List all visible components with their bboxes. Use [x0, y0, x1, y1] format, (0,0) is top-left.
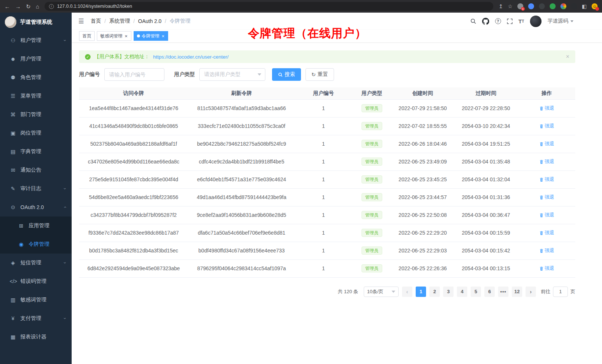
breadcrumb-item[interactable]: 首页 [91, 18, 101, 24]
actions-cell: 强退 [518, 117, 575, 135]
sidebar-item-user[interactable]: ☻用户管理 [0, 50, 72, 68]
user-menu[interactable]: 芋道源码 [547, 18, 573, 24]
user-id-cell: 1 [295, 117, 352, 135]
extension-green-icon[interactable] [550, 3, 556, 9]
sidebar-item-tenant[interactable]: ⚇租户管理› [0, 31, 72, 50]
close-icon[interactable]: × [161, 34, 165, 39]
sidebar-item-report[interactable]: ▦报表设计器 [0, 328, 72, 346]
page-button-2[interactable]: 2 [429, 287, 440, 297]
page-button-1[interactable]: 1 [416, 287, 426, 297]
breadcrumb-item[interactable]: 系统管理 [109, 18, 130, 24]
tab-首页[interactable]: 首页 [79, 31, 95, 41]
tab-敏感词管理[interactable]: 敏感词管理× [97, 31, 131, 41]
sidebar-item-oauth2[interactable]: ⊙OAuth 2.0› [0, 198, 72, 216]
force-logout-button[interactable]: 强退 [539, 247, 554, 254]
close-icon[interactable]: × [124, 34, 128, 39]
sidebar-item-dict[interactable]: ▤字典管理 [0, 142, 72, 161]
page-size-select[interactable]: 10条/页 [364, 287, 399, 297]
page-button-4[interactable]: 4 [457, 287, 467, 297]
page-button-12[interactable]: 12 [512, 287, 522, 297]
side-panel-icon[interactable]: ◧ [582, 4, 587, 9]
sidebar: 芋道管理系统 ⚇租户管理›☻用户管理⚉角色管理☰菜单管理⌘部门管理▣岗位管理▤字… [0, 13, 72, 364]
extension-badge-icon[interactable]: 0 [517, 3, 523, 9]
dictionary-icon: ▤ [10, 149, 16, 155]
force-logout-button[interactable]: 强退 [539, 265, 554, 272]
back-icon[interactable]: ← [4, 4, 10, 9]
force-logout-button[interactable]: 强退 [539, 105, 554, 112]
extension-pinwheel-icon[interactable] [560, 3, 566, 9]
github-icon[interactable] [482, 18, 489, 25]
sidebar-item-audit[interactable]: ✎审计日志› [0, 179, 72, 198]
access-token-cell: c347026e805e4d99b0d116eae66eda8c [79, 153, 188, 171]
reset-button[interactable]: ↻ 重置 [305, 68, 334, 81]
profile-avatar-icon[interactable]: ☺ [592, 3, 598, 9]
share-icon[interactable]: ↥ [498, 4, 503, 9]
sidebar-item-menu[interactable]: ☰菜单管理 [0, 87, 72, 105]
force-logout-button[interactable]: 强退 [539, 212, 554, 218]
page-button-5[interactable]: 5 [471, 287, 481, 297]
sidebar-item-role[interactable]: ⚉角色管理 [0, 68, 72, 87]
sidebar-item-dept[interactable]: ⌘部门管理 [0, 105, 72, 124]
goto-page-input[interactable] [553, 287, 568, 297]
fullscreen-icon[interactable] [507, 19, 513, 24]
search-button[interactable]: 搜索 [272, 68, 301, 81]
breadcrumb-item[interactable]: OAuth 2.0 [138, 18, 161, 24]
sidebar-menu: ⚇租户管理›☻用户管理⚉角色管理☰菜单管理⌘部门管理▣岗位管理▤字典管理✉通知公… [0, 31, 72, 346]
prev-page-button[interactable]: ‹ [402, 287, 412, 297]
address-bar[interactable]: i 127.0.0.1:1024/system/oauth2/token [45, 2, 494, 11]
user-id-input[interactable] [104, 68, 164, 81]
sidebar-item-oauth2-app[interactable]: ⊞应用管理 [0, 216, 72, 235]
banner-close-icon[interactable]: × [566, 53, 569, 60]
trash-icon [539, 213, 544, 218]
sidebar-item-sms[interactable]: ◈短信管理› [0, 254, 72, 272]
sidebar-item-oauth2-token[interactable]: ◉令牌管理 [0, 235, 72, 254]
created-at-cell: 2022-06-25 22:26:36 [392, 259, 454, 277]
access-token-cell: f9336e7c7dd242a283ee98dc86b17a87 [79, 224, 188, 242]
app-logo[interactable]: 芋道管理系统 [0, 13, 72, 31]
force-logout-button[interactable]: 强退 [539, 176, 554, 183]
sidebar-item-pay[interactable]: ¥支付管理› [0, 309, 72, 328]
more-pages-button[interactable]: ••• [498, 287, 508, 297]
search-icon[interactable] [470, 18, 476, 24]
sidebar-toggle-icon[interactable]: ☰ [78, 17, 84, 25]
extension-blue-icon[interactable] [528, 3, 534, 9]
table-row: 275e5de9151045fe87cbdc395e004f4de6cfd40e… [79, 171, 575, 188]
force-logout-button[interactable]: 强退 [539, 158, 554, 165]
page-button-6[interactable]: 6 [484, 287, 495, 297]
user-type-select[interactable]: 请选择用户类型 [199, 68, 265, 81]
page-button-3[interactable]: 3 [443, 287, 454, 297]
user-type-cell: 管理员 [352, 171, 392, 188]
actions-cell: 强退 [518, 259, 575, 277]
force-logout-button[interactable]: 强退 [539, 140, 554, 147]
sidebar-item-label: 通知公告 [20, 167, 66, 173]
font-size-icon[interactable]: TT [518, 18, 524, 24]
expires-at-cell: 2054-03-04 00:36:47 [454, 206, 518, 224]
breadcrumb: 首页/系统管理/OAuth 2.0/令牌管理 [91, 18, 190, 24]
sidebar-item-errcode[interactable]: </>错误码管理 [0, 272, 72, 291]
site-info-icon[interactable]: i [49, 4, 54, 9]
force-logout-button[interactable]: 强退 [539, 194, 554, 201]
sidebar-item-label: 支付管理 [20, 315, 60, 322]
extension-dark2-icon[interactable] [571, 3, 577, 9]
bookmark-star-icon[interactable]: ☆ [508, 4, 513, 9]
extension-dark-icon[interactable] [539, 3, 545, 9]
breadcrumb-separator: / [104, 18, 106, 24]
forward-icon[interactable]: → [15, 4, 21, 9]
tab-令牌管理[interactable]: 令牌管理× [134, 31, 169, 41]
expires-at-cell: 2054-03-10 20:42:34 [454, 117, 518, 135]
reload-icon[interactable]: ↻ [26, 4, 31, 9]
sidebar-item-label: 报表设计器 [20, 334, 66, 340]
banner-link[interactable]: https://doc.iocoder.cn/user-center/ [153, 54, 229, 60]
sidebar-item-sensitive-word[interactable]: ▥敏感词管理 [0, 291, 72, 309]
force-logout-button[interactable]: 强退 [539, 123, 554, 129]
sidebar-item-post[interactable]: ▣岗位管理 [0, 124, 72, 142]
breadcrumb-separator: / [165, 18, 166, 24]
help-icon[interactable]: ? [495, 18, 501, 24]
next-page-button[interactable]: › [526, 287, 536, 297]
user-avatar[interactable] [530, 16, 542, 27]
home-icon[interactable]: ⌂ [36, 4, 39, 9]
user-type-cell: 管理员 [352, 135, 392, 153]
force-logout-button[interactable]: 强退 [539, 229, 554, 236]
sidebar-item-notice[interactable]: ✉通知公告 [0, 161, 72, 179]
table-row: 54d6be82ee5a460a9aedc1f9bf22365649d1aa46… [79, 188, 575, 206]
